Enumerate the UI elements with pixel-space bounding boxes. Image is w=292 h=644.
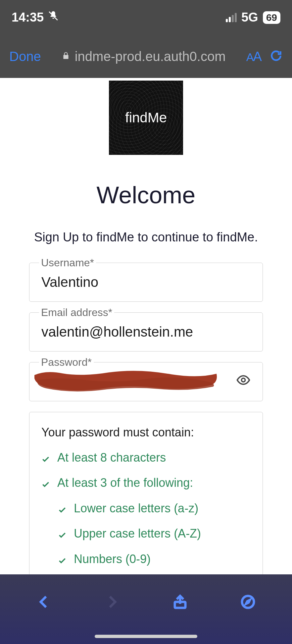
- logo-text: findMe: [125, 110, 167, 126]
- reload-button[interactable]: [269, 49, 283, 64]
- check-icon: [41, 477, 50, 493]
- browser-header: Done indme-prod.eu.auth0.com AA: [0, 35, 292, 78]
- rule-subitem: Upper case letters (A-Z): [58, 525, 251, 544]
- app-logo: findMe: [109, 81, 183, 155]
- username-label: Username*: [39, 257, 96, 269]
- forward-button: [104, 594, 120, 611]
- password-input[interactable]: [41, 374, 236, 390]
- rule-item: At least 8 characters: [41, 449, 251, 468]
- status-time: 14:35: [12, 10, 44, 25]
- rule-item: At least 3 of the following:: [41, 475, 251, 493]
- check-icon: [41, 451, 50, 468]
- page-subtitle: Sign Up to findMe to continue to findMe.: [0, 230, 292, 244]
- check-icon: [58, 502, 67, 519]
- email-input[interactable]: [41, 324, 251, 340]
- page-content: findMe Welcome Sign Up to findMe to cont…: [0, 81, 292, 644]
- lock-icon: [62, 51, 70, 62]
- back-button[interactable]: [36, 594, 52, 611]
- rule-subitem: Lower case letters (a-z): [58, 500, 251, 519]
- email-field-wrap: Email address*: [29, 312, 263, 352]
- browser-toolbar: [0, 574, 292, 644]
- username-field-wrap: Username*: [29, 263, 263, 302]
- silent-mode-icon: [48, 10, 59, 25]
- rule-subitem: Numbers (0-9): [58, 551, 251, 569]
- svg-rect-2: [175, 602, 185, 608]
- check-icon: [58, 527, 67, 544]
- open-in-safari-button[interactable]: [240, 594, 256, 611]
- toggle-password-visibility-button[interactable]: [236, 373, 251, 391]
- network-type: 5G: [241, 10, 258, 25]
- svg-point-1: [242, 378, 245, 382]
- status-bar: 14:35 5G 69: [0, 0, 292, 35]
- text-size-button[interactable]: AA: [246, 49, 261, 64]
- share-button[interactable]: [172, 594, 188, 611]
- home-indicator[interactable]: [95, 635, 197, 638]
- battery-level: 69: [263, 11, 280, 24]
- username-input[interactable]: [41, 274, 251, 290]
- url-text: indme-prod.eu.auth0.com: [75, 49, 226, 64]
- password-field-wrap: Password*: [29, 362, 263, 401]
- address-bar[interactable]: indme-prod.eu.auth0.com: [49, 49, 238, 64]
- check-icon: [58, 553, 67, 569]
- rules-title: Your password must contain:: [41, 425, 251, 439]
- cellular-signal-icon: [226, 13, 237, 22]
- password-label: Password*: [39, 356, 94, 368]
- email-label: Email address*: [39, 306, 114, 319]
- page-title: Welcome: [0, 181, 292, 209]
- done-button[interactable]: Done: [9, 49, 41, 64]
